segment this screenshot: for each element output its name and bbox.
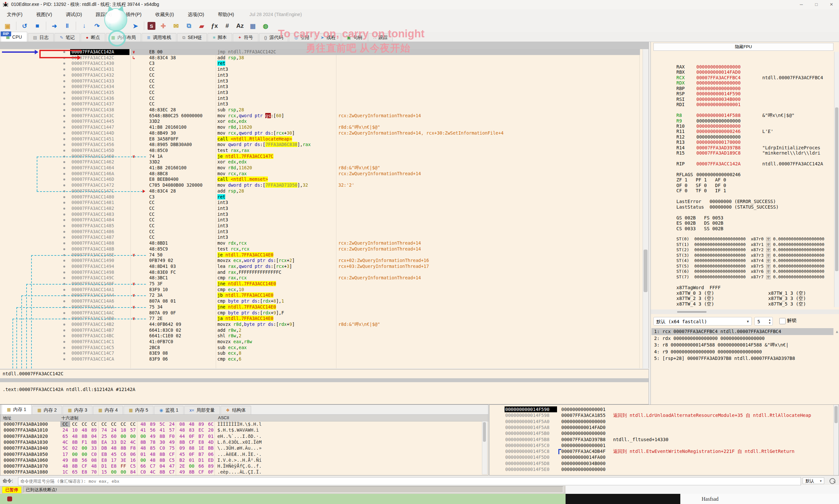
close-button[interactable]: ✕: [824, 0, 839, 9]
functions-icon[interactable]: ƒx: [209, 21, 219, 31]
dump-tab-内存 3[interactable]: ▦内存 3: [63, 406, 92, 414]
hex-byte[interactable]: 48: [70, 433, 80, 439]
hex-byte[interactable]: 0F: [187, 433, 197, 439]
hex-byte[interactable]: 01: [187, 457, 197, 463]
hex-byte[interactable]: CF: [187, 439, 197, 445]
hex-byte[interactable]: 08: [177, 421, 187, 427]
hex-byte[interactable]: 65: [70, 469, 80, 475]
register-line[interactable]: [651, 156, 839, 161]
notes-icon[interactable]: ▰: [197, 21, 207, 31]
hex-byte[interactable]: 01: [206, 433, 216, 439]
run-icon[interactable]: ➜: [50, 21, 59, 31]
breakpoint-dot[interactable]: [63, 236, 65, 238]
breakpoint-dot[interactable]: [63, 62, 65, 65]
hex-byte[interactable]: C7: [148, 463, 158, 469]
disasm-row[interactable]: 00007FFA3ACC143848:83EC 28sub rsp,28: [0, 107, 649, 113]
breakpoint-dot[interactable]: [63, 289, 65, 291]
register-line[interactable]: R130000000000170000: [651, 140, 839, 145]
hex-byte[interactable]: 66: [138, 463, 148, 469]
hex-byte[interactable]: E8: [109, 463, 119, 469]
breakpoint-dot[interactable]: [63, 225, 65, 227]
hex-byte[interactable]: ED: [206, 457, 216, 463]
calculator-icon[interactable]: ▦: [248, 21, 258, 31]
breakpoint-dot[interactable]: [63, 335, 65, 337]
hex-byte[interactable]: 30: [157, 439, 167, 445]
breakpoint-dot[interactable]: [63, 51, 65, 53]
dump-row[interactable]: 00007FFA3ABA10405C020033DB488BF84885C075…: [0, 445, 482, 451]
tab-日志[interactable]: ▤日志: [28, 33, 54, 41]
hex-byte[interactable]: 33: [109, 439, 119, 445]
stack-row[interactable]: 000000000014F5C800007FFA3AC4DB4F返回到 ntdl…: [490, 448, 839, 454]
hex-byte[interactable]: E8: [79, 469, 89, 475]
hex-byte[interactable]: 89: [196, 421, 206, 427]
hex-byte[interactable]: 5C: [157, 421, 167, 427]
breakpoint-dot[interactable]: [63, 353, 65, 354]
hex-byte[interactable]: 56: [79, 457, 89, 463]
argument-row[interactable]: 5: [rsp+28] 00007FFA3AD397B8 ntdll.00007…: [651, 355, 834, 362]
hex-byte[interactable]: F1: [79, 439, 89, 445]
disasm-row[interactable]: 00007FFA3ACC1451E8 3A58F0FFcall <ntdll.R…: [0, 136, 649, 142]
disasm-row[interactable]: 00007FFA3ACC144741:B8 20160100mov r8d,11…: [0, 124, 649, 130]
registers-scrollbar[interactable]: [834, 52, 839, 307]
hex-byte[interactable]: 10: [70, 427, 80, 433]
hex-byte[interactable]: 00: [79, 451, 89, 457]
hex-byte[interactable]: 09: [177, 445, 187, 451]
hex-byte[interactable]: EB: [99, 451, 109, 457]
hex-byte[interactable]: 8B: [157, 469, 167, 475]
breakpoint-dot[interactable]: [63, 208, 65, 210]
tab-符号[interactable]: ✦符号: [233, 33, 258, 41]
register-line[interactable]: RCX00007FFA3ACFFBC4ntdll.00007FFA3ACFFBC…: [651, 75, 839, 80]
hex-byte[interactable]: F8: [128, 445, 138, 451]
scylla-icon[interactable]: S: [148, 22, 155, 30]
hex-byte[interactable]: 17: [109, 457, 119, 463]
hex-byte[interactable]: 45: [177, 451, 187, 457]
register-line[interactable]: ST(6) 00000000000000000000 x87r6 空 0.000…: [651, 269, 839, 274]
disasm-row[interactable]: 00007FFA3ACC146DE8 BEEB0400call <ntdll.m…: [0, 177, 649, 182]
menu-item[interactable]: 文件(F): [7, 12, 23, 18]
args-scroll-up-icon[interactable]: ▲: [836, 329, 838, 334]
hex-byte[interactable]: 00: [128, 433, 138, 439]
stop-icon[interactable]: ■: [32, 21, 42, 31]
register-line[interactable]: [651, 194, 839, 199]
hex-byte[interactable]: C0: [138, 469, 148, 475]
hash-icon[interactable]: #: [222, 21, 232, 31]
hex-byte[interactable]: 84: [128, 469, 138, 475]
hex-byte[interactable]: 8B: [157, 451, 167, 457]
hex-byte[interactable]: C5: [128, 463, 138, 469]
breakpoint-dot[interactable]: [63, 242, 65, 244]
stack-row[interactable]: 000000000014F5B00000000000000000: [490, 430, 839, 436]
disasm-row[interactable]: 00007FFA3ACC1482CCint3: [0, 206, 649, 212]
disasm-row[interactable]: 00007FFA3ACC1485CCint3: [0, 223, 649, 229]
breakpoint-dot[interactable]: [63, 132, 65, 134]
hex-byte[interactable]: D1: [196, 457, 206, 463]
disasm-row[interactable]: 00007FFA3ACC14900FB749 02movzx ecx,word …: [0, 258, 649, 264]
hex-byte[interactable]: 25: [99, 433, 109, 439]
step-into-icon[interactable]: ↓: [79, 21, 89, 31]
breakpoint-dot[interactable]: [63, 184, 65, 186]
hex-byte[interactable]: 0F: [206, 469, 216, 475]
register-line[interactable]: RDX0000000000000000: [651, 80, 839, 86]
disasm-row[interactable]: 00007FFA3ACC148B48:85C9test rcx,rcxrcx:Z…: [0, 246, 649, 252]
hex-byte[interactable]: 24: [109, 427, 119, 433]
register-line[interactable]: ST(0) 00000000000000000000 x87r0 空 0.000…: [651, 236, 839, 242]
disasm-row[interactable]: 00007FFA3ACC14A183F9 10cmp ecx,10: [0, 287, 649, 293]
disasm-row[interactable]: 00007FFA3ACC146233D2xor edx,edx: [0, 159, 649, 165]
disasm-row[interactable]: 00007FFA3ACC1432CCint3: [0, 72, 649, 78]
register-line[interactable]: ST(7) 00000000000000000000 x87r7 空 0.000…: [651, 274, 839, 280]
disasm-row[interactable]: 00007FFA3ACC149848:83E0 FCand rax,FFFFFF…: [0, 270, 649, 275]
dump-row[interactable]: 00007FFA3ABA102065488B042560000000498BF0…: [0, 433, 482, 439]
hex-byte[interactable]: B7: [196, 451, 206, 457]
hex-byte[interactable]: 56: [148, 427, 158, 433]
hex-byte[interactable]: 8B: [138, 439, 148, 445]
hex-byte[interactable]: 06: [206, 451, 216, 457]
menu-item[interactable]: 帮助(H): [218, 12, 234, 18]
breakpoint-dot[interactable]: [63, 329, 65, 331]
register-line[interactable]: x87TW_2 3 (空)x87TW_3 3 (空): [651, 296, 839, 301]
disasm-row[interactable]: 00007FFA3ACC145648:8905 DBB30A00mov qwor…: [0, 142, 649, 148]
register-line[interactable]: x87TagWord FFFF: [651, 285, 839, 290]
disasm-row[interactable]: 00007FFA3ACC145D48:85C0test rax,rax: [0, 148, 649, 154]
hex-byte[interactable]: 8B: [89, 439, 99, 445]
register-line[interactable]: R90000000000000000: [651, 118, 839, 124]
stack-row[interactable]: 000000000014F5900000000000000001: [490, 407, 839, 412]
register-line[interactable]: RAX0000000000000000: [651, 64, 839, 69]
